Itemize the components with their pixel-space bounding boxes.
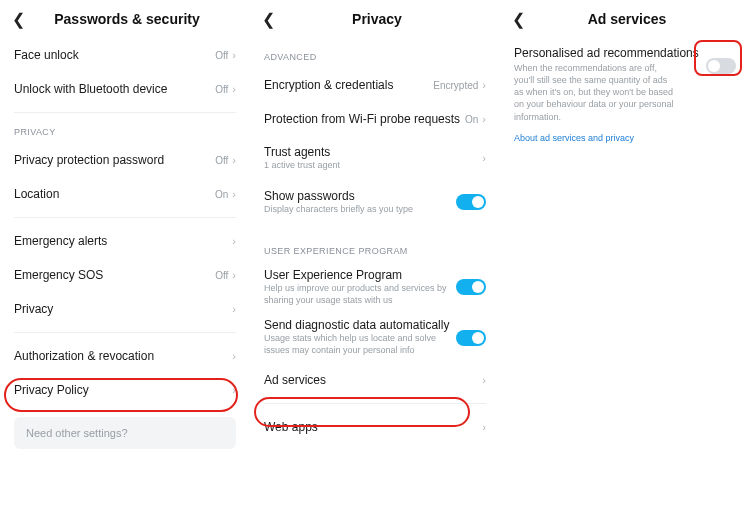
header: ❮ Privacy bbox=[250, 0, 500, 34]
toggle-show-passwords[interactable] bbox=[456, 194, 486, 210]
content: ADVANCED Encryption & credentials Encryp… bbox=[250, 34, 500, 444]
privacy-pane: ❮ Privacy ADVANCED Encryption & credenti… bbox=[250, 0, 500, 506]
header: ❮ Passwords & security bbox=[0, 0, 250, 34]
row-privacy[interactable]: Privacy › bbox=[14, 292, 236, 326]
chevron-right-icon: › bbox=[232, 154, 236, 166]
row-trust-agents[interactable]: Trust agents 1 active trust agent › bbox=[264, 136, 486, 180]
row-encryption[interactable]: Encryption & credentials Encrypted › bbox=[264, 68, 486, 102]
row-privacy-policy[interactable]: Privacy Policy › bbox=[14, 373, 236, 407]
chevron-right-icon: › bbox=[482, 79, 486, 91]
content: Face unlock Off › Unlock with Bluetooth … bbox=[0, 34, 250, 449]
label: Unlock with Bluetooth device bbox=[14, 82, 215, 96]
row-face-unlock[interactable]: Face unlock Off › bbox=[14, 38, 236, 72]
label: Location bbox=[14, 187, 215, 201]
link-about-ad-services[interactable]: About ad services and privacy bbox=[514, 133, 736, 143]
chevron-right-icon: › bbox=[482, 152, 486, 164]
value: On bbox=[465, 114, 478, 125]
chevron-right-icon: › bbox=[232, 235, 236, 247]
row-web-apps[interactable]: Web apps › bbox=[264, 410, 486, 444]
row-bluetooth-unlock[interactable]: Unlock with Bluetooth device Off › bbox=[14, 72, 236, 106]
value: Off bbox=[215, 50, 228, 61]
chevron-right-icon: › bbox=[232, 350, 236, 362]
chevron-right-icon: › bbox=[232, 303, 236, 315]
label: Privacy protection password bbox=[14, 153, 215, 167]
chevron-right-icon: › bbox=[232, 83, 236, 95]
label: Web apps bbox=[264, 420, 482, 434]
label: Authorization & revocation bbox=[14, 349, 232, 363]
divider bbox=[14, 217, 236, 218]
label: Privacy bbox=[14, 302, 232, 316]
page-title: Ad services bbox=[516, 11, 738, 27]
chevron-right-icon: › bbox=[482, 374, 486, 386]
value: Off bbox=[215, 270, 228, 281]
chevron-right-icon: › bbox=[232, 49, 236, 61]
label: Encryption & credentials bbox=[264, 78, 433, 92]
page-title: Privacy bbox=[266, 11, 488, 27]
label: Show passwords bbox=[264, 189, 456, 203]
label: Send diagnostic data automatically bbox=[264, 318, 456, 332]
divider bbox=[14, 112, 236, 113]
header: ❮ Ad services bbox=[500, 0, 750, 34]
chevron-right-icon: › bbox=[232, 269, 236, 281]
row-diagnostic[interactable]: Send diagnostic data automatically Usage… bbox=[264, 312, 486, 362]
value: Off bbox=[215, 155, 228, 166]
divider bbox=[14, 332, 236, 333]
chevron-right-icon: › bbox=[232, 384, 236, 396]
toggle-uep[interactable] bbox=[456, 279, 486, 295]
content: Personalised ad recommendations When the… bbox=[500, 34, 750, 143]
row-emergency-alerts[interactable]: Emergency alerts › bbox=[14, 224, 236, 258]
value: Off bbox=[215, 84, 228, 95]
label: Ad services bbox=[264, 373, 482, 387]
value: Encrypted bbox=[433, 80, 478, 91]
row-uep[interactable]: User Experience Program Help us improve … bbox=[264, 262, 486, 312]
chevron-right-icon: › bbox=[232, 188, 236, 200]
sub: 1 active trust agent bbox=[264, 160, 482, 172]
label: Face unlock bbox=[14, 48, 215, 62]
toggle-personalised-ads[interactable] bbox=[706, 58, 736, 74]
row-authorization-revocation[interactable]: Authorization & revocation › bbox=[14, 339, 236, 373]
passwords-security-pane: ❮ Passwords & security Face unlock Off ›… bbox=[0, 0, 250, 506]
divider bbox=[264, 403, 486, 404]
chevron-right-icon: › bbox=[482, 113, 486, 125]
label: Personalised ad recommendations bbox=[514, 46, 706, 60]
chevron-right-icon: › bbox=[482, 421, 486, 433]
toggle-diagnostic[interactable] bbox=[456, 330, 486, 346]
section-privacy: PRIVACY bbox=[14, 127, 236, 137]
label: Emergency alerts bbox=[14, 234, 232, 248]
row-wifi-probe[interactable]: Protection from Wi-Fi probe requests On … bbox=[264, 102, 486, 136]
section-uep: USER EXPERIENCE PROGRAM bbox=[264, 246, 486, 256]
row-privacy-password[interactable]: Privacy protection password Off › bbox=[14, 143, 236, 177]
label: Protection from Wi-Fi probe requests bbox=[264, 112, 465, 126]
sub: Display characters briefly as you type bbox=[264, 204, 456, 216]
row-location[interactable]: Location On › bbox=[14, 177, 236, 211]
sub: Usage stats which help us locate and sol… bbox=[264, 333, 456, 356]
footer-need-other[interactable]: Need other settings? bbox=[14, 417, 236, 449]
row-show-passwords[interactable]: Show passwords Display characters briefl… bbox=[264, 180, 486, 224]
row-ad-services[interactable]: Ad services › bbox=[264, 363, 486, 397]
row-personalised-ads[interactable]: Personalised ad recommendations When the… bbox=[514, 38, 736, 133]
description: When the recommendations are off, you'll… bbox=[514, 62, 674, 123]
value: On bbox=[215, 189, 228, 200]
row-emergency-sos[interactable]: Emergency SOS Off › bbox=[14, 258, 236, 292]
label: Emergency SOS bbox=[14, 268, 215, 282]
section-advanced: ADVANCED bbox=[264, 52, 486, 62]
ad-services-pane: ❮ Ad services Personalised ad recommenda… bbox=[500, 0, 750, 506]
label: Trust agents bbox=[264, 145, 482, 159]
label: Privacy Policy bbox=[14, 383, 232, 397]
sub: Help us improve our products and service… bbox=[264, 283, 456, 306]
label: User Experience Program bbox=[264, 268, 456, 282]
page-title: Passwords & security bbox=[16, 11, 238, 27]
